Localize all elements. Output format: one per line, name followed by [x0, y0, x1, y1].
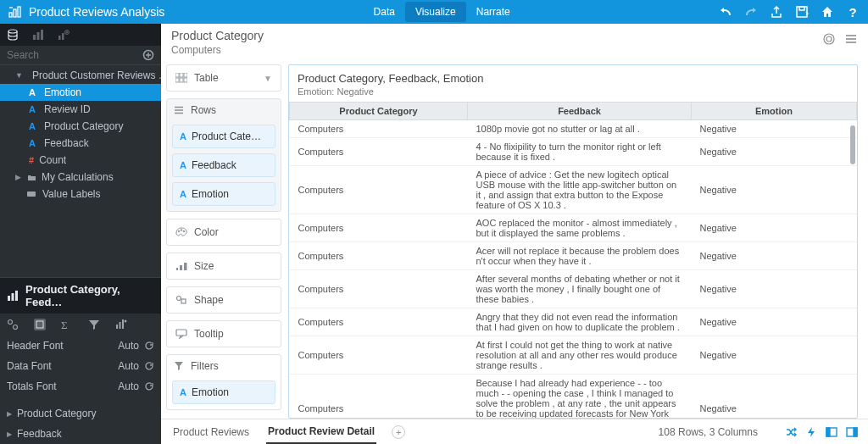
tree-root[interactable]: ▼ Product Customer Reviews …	[0, 67, 161, 84]
row-chip-feedback[interactable]: AFeedback	[172, 153, 275, 177]
filter-icon[interactable]	[88, 319, 100, 330]
layout-right-icon[interactable]	[846, 426, 858, 438]
row-chip-emotion[interactable]: AEmotion	[172, 182, 275, 206]
app-title: Product Reviews Analysis	[29, 5, 164, 19]
refresh-icon[interactable]	[144, 341, 154, 351]
svg-rect-38	[180, 73, 183, 77]
tree-item-emotion[interactable]: AEmotion	[0, 84, 161, 101]
sigma-icon[interactable]: Σ	[61, 319, 73, 330]
svg-point-6	[8, 30, 17, 33]
home-icon[interactable]	[821, 5, 834, 19]
cfg-size[interactable]: Size	[166, 253, 281, 280]
svg-rect-27	[36, 321, 43, 328]
settings-icon[interactable]	[7, 319, 19, 330]
add-tab-icon[interactable]: +	[392, 425, 405, 439]
redo-icon[interactable]	[744, 5, 758, 19]
cfg-color[interactable]: Color	[166, 219, 281, 246]
svg-rect-54	[176, 330, 186, 336]
svg-rect-40	[175, 78, 179, 82]
tree-item-review-id[interactable]: AReview ID	[0, 101, 161, 118]
col-feedback[interactable]: Feedback	[468, 103, 692, 120]
tab-visualize[interactable]: Visualize	[405, 2, 466, 22]
spark-icon[interactable]	[115, 319, 127, 330]
table-row[interactable]: ComputersA piece of advice : Get the new…	[290, 166, 857, 214]
status-text: 108 Rows, 3 Columns	[659, 426, 758, 438]
bottom-tab-reviews[interactable]: Product Reviews	[171, 421, 251, 443]
shape-icon	[175, 295, 187, 305]
new-viz-icon[interactable]	[58, 29, 70, 41]
safe-icon[interactable]	[34, 319, 46, 330]
svg-rect-1	[14, 9, 16, 17]
data-source-icon[interactable]	[7, 29, 19, 41]
filter-chip-emotion[interactable]: AEmotion	[172, 380, 275, 404]
panel-title: Product Category, Feed…	[25, 283, 154, 308]
undo-icon[interactable]	[719, 5, 732, 19]
svg-rect-30	[122, 319, 124, 329]
viz-table: Product Category Feedback Emotion Comput…	[289, 102, 857, 418]
refresh-icon[interactable]	[144, 361, 154, 371]
svg-point-25	[8, 320, 13, 325]
tree-item-feedback[interactable]: AFeedback	[0, 135, 161, 152]
cfg-tooltip[interactable]: Tooltip	[166, 320, 281, 347]
svg-rect-37	[175, 73, 179, 77]
totals-font-row[interactable]: Totals Font Auto	[0, 376, 161, 397]
svg-rect-4	[797, 7, 807, 17]
col-emotion[interactable]: Emotion	[692, 103, 857, 120]
table-row[interactable]: ComputersAcer will not replace it becaus…	[290, 242, 857, 270]
svg-point-32	[824, 34, 834, 44]
chart-icon[interactable]	[32, 29, 44, 41]
cfg-shape[interactable]: Shape	[166, 286, 281, 314]
svg-rect-41	[180, 78, 183, 82]
scrollbar-thumb[interactable]	[850, 125, 855, 164]
list-icon[interactable]	[844, 32, 858, 46]
svg-point-26	[14, 325, 18, 330]
svg-rect-5	[799, 7, 804, 10]
svg-rect-29	[120, 322, 121, 329]
tree-item-product-category[interactable]: AProduct Category	[0, 118, 161, 135]
vis-type-select[interactable]: Table ▼	[166, 64, 281, 92]
layout-left-icon[interactable]	[826, 426, 837, 438]
svg-rect-50	[180, 265, 182, 270]
export-icon[interactable]	[770, 5, 783, 19]
panel-cat-product[interactable]: Product Category	[0, 403, 161, 424]
shuffle-icon[interactable]	[785, 426, 797, 438]
rows-icon	[174, 105, 184, 115]
tree-folder-labels[interactable]: ▶Value Labels	[0, 186, 161, 203]
col-product-category[interactable]: Product Category	[290, 103, 468, 120]
svg-rect-0	[9, 13, 12, 17]
svg-rect-21	[27, 191, 36, 197]
target-icon[interactable]	[822, 32, 836, 46]
table-row[interactable]: ComputersAfter several months of debatin…	[290, 270, 857, 308]
bolt-icon[interactable]	[805, 426, 817, 438]
svg-rect-53	[181, 299, 186, 303]
svg-rect-8	[37, 32, 40, 40]
svg-rect-49	[176, 268, 178, 270]
table-row[interactable]: ComputersAOC replaced the monitor - almo…	[290, 214, 857, 242]
save-icon[interactable]	[795, 5, 809, 19]
tab-data[interactable]: Data	[364, 2, 405, 22]
size-icon	[175, 261, 187, 271]
tree-item-count[interactable]: #Count	[0, 152, 161, 169]
panel-cat-feedback[interactable]: Feedback	[0, 424, 161, 444]
help-icon[interactable]: ?	[846, 5, 860, 19]
bottom-tab-review-detail[interactable]: Product Review Detail	[266, 420, 376, 444]
breadcrumb-title: Product Category	[171, 29, 264, 42]
header-font-row[interactable]: Header Font Auto	[0, 336, 161, 356]
rows-label: Rows	[191, 104, 216, 116]
table-row[interactable]: ComputersAt first I could not get the th…	[290, 336, 857, 375]
row-chip-product-category[interactable]: AProduct Cate…	[172, 125, 275, 148]
table-row[interactable]: ComputersBecause I had already had exper…	[290, 375, 857, 419]
data-font-row[interactable]: Data Font Auto	[0, 356, 161, 376]
svg-point-33	[826, 36, 832, 42]
tree-folder-calcs[interactable]: ▶My Calculations	[0, 169, 161, 186]
add-icon[interactable]	[142, 49, 154, 61]
table-row[interactable]: Computers1080p movie got no stutter or l…	[290, 120, 857, 138]
table-row[interactable]: Computers4 - No flixipility to turn the …	[290, 138, 857, 166]
folder-icon	[27, 173, 36, 182]
search-input[interactable]	[7, 49, 142, 61]
table-row[interactable]: ComputersAngry that they did not even re…	[290, 308, 857, 336]
svg-rect-23	[12, 293, 14, 301]
tab-narrate[interactable]: Narrate	[466, 2, 520, 22]
chevron-down-icon: ▼	[264, 74, 272, 83]
refresh-icon[interactable]	[144, 381, 154, 391]
